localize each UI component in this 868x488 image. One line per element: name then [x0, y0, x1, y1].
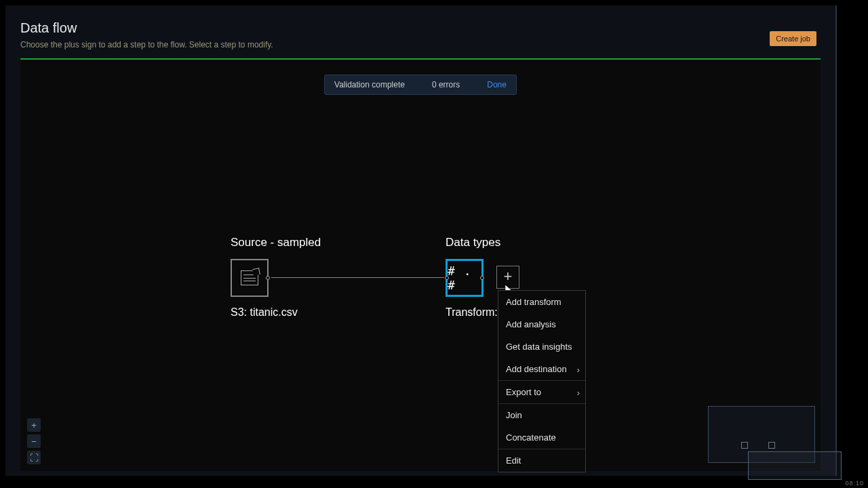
menu-add-transform[interactable]: Add transform [498, 291, 585, 313]
menu-edit[interactable]: Edit [498, 449, 585, 472]
menu-add-destination[interactable]: Add destination [498, 358, 585, 380]
menu-export-to[interactable]: Export to [498, 380, 585, 403]
node-datatypes-title: Data types [446, 236, 500, 249]
port-in[interactable] [445, 276, 449, 280]
minimap[interactable] [708, 406, 815, 463]
page-subtitle: Choose the plus sign to add a step to th… [20, 40, 827, 49]
edge-source-to-types [271, 277, 444, 278]
flow-canvas[interactable]: Validation complete 0 errors Done Source… [20, 58, 821, 471]
page-title: Data flow [20, 20, 827, 36]
database-icon [241, 270, 258, 285]
menu-join[interactable]: Join [498, 403, 585, 426]
node-datatypes-box[interactable]: # . # [446, 259, 484, 297]
node-datatypes[interactable]: Data types # . # Transform: [446, 236, 500, 319]
minimap-node [768, 442, 775, 449]
port-out[interactable] [266, 276, 270, 280]
port-out[interactable] [480, 276, 484, 280]
validation-errors: 0 errors [432, 80, 460, 89]
add-step-button[interactable]: + [496, 266, 519, 289]
validation-done-link[interactable]: Done [487, 80, 507, 89]
minimap-viewport[interactable] [748, 451, 842, 480]
validation-status: Validation complete [334, 80, 405, 89]
node-datatypes-subtitle: Transform: [446, 306, 500, 319]
menu-concatenate[interactable]: Concatenate [498, 426, 585, 449]
menu-add-analysis[interactable]: Add analysis [498, 313, 585, 336]
context-menu: Add transform Add analysis Get data insi… [498, 290, 586, 472]
fit-view-button[interactable]: ⛶ [27, 451, 41, 464]
node-source-title: Source - sampled [231, 236, 321, 249]
minimap-node [741, 442, 748, 449]
node-source-subtitle: S3: titanic.csv [231, 306, 321, 319]
zoom-out-button[interactable]: − [27, 434, 41, 448]
create-job-button[interactable]: Create job [770, 31, 816, 46]
zoom-controls: + − ⛶ [27, 418, 41, 464]
menu-get-insights[interactable]: Get data insights [498, 336, 585, 358]
validation-bar: Validation complete 0 errors Done [324, 75, 517, 95]
footer-time: 08:10 [845, 480, 864, 487]
node-source-box[interactable] [231, 259, 269, 297]
zoom-in-button[interactable]: + [27, 418, 41, 432]
datatype-icon: # . # [448, 264, 481, 292]
